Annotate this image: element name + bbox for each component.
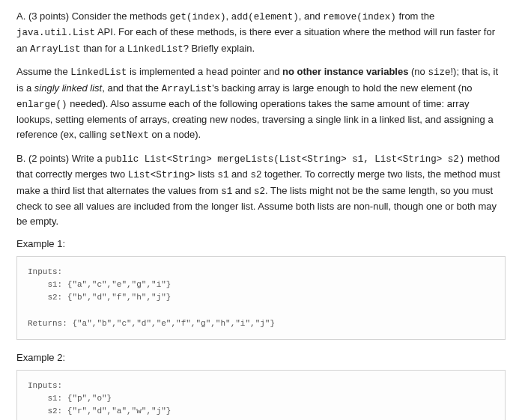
text: and xyxy=(232,185,254,196)
code-arraylist: ArrayList xyxy=(162,84,213,94)
text: pointer and xyxy=(228,66,282,77)
text: from the xyxy=(396,10,434,22)
part-b-paragraph: B. (2 points) Write a public List<String… xyxy=(16,151,506,229)
code-s2: s2 xyxy=(254,186,265,197)
code-size: size xyxy=(428,67,450,78)
text: , xyxy=(226,10,231,22)
text: A. (3 points) Consider the methods xyxy=(16,10,170,22)
text: , and xyxy=(299,10,324,22)
example-2-code-block: Inputs: s1: {"p","o"} s2: {"r","d","a","… xyxy=(16,370,506,420)
example-1-label: Example 1: xyxy=(16,237,506,252)
text: is implemented a xyxy=(127,66,206,77)
text: needed). Also assume each of the followi… xyxy=(16,98,494,141)
code-linkedlist: LinkedList xyxy=(127,44,183,55)
code-add-element: add(element) xyxy=(231,12,299,22)
code-get-index: get(index) xyxy=(170,12,226,22)
text: , and that the xyxy=(102,82,162,94)
text: (no xyxy=(408,66,428,77)
bold-no-other-instance-vars: no other instance variables xyxy=(282,66,408,77)
code-s1: s1 xyxy=(221,186,232,197)
code-remove-index: remove(index) xyxy=(323,12,396,22)
code-s2: s2 xyxy=(250,170,261,180)
example-1-code-block: Inputs: s1: {"a","c","e","g","i"} s2: {"… xyxy=(16,256,506,339)
em-singly-linked-list: singly linked list xyxy=(34,82,102,94)
code-linkedlist: LinkedList xyxy=(70,67,127,78)
part-a-paragraph-2: Assume the LinkedList is implemented a h… xyxy=(16,64,506,144)
code-arraylist: ArrayList xyxy=(30,44,81,55)
text: on a node). xyxy=(149,129,201,140)
text: 's backing array is large enough to hold… xyxy=(212,82,472,94)
part-a-paragraph-1: A. (3 points) Consider the methods get(i… xyxy=(16,9,506,57)
text: ? Briefly explain. xyxy=(183,43,255,54)
example-2-label: Example 2: xyxy=(16,350,506,365)
text: and xyxy=(228,168,250,180)
text: Assume the xyxy=(16,66,70,77)
code-enlarge: enlarge() xyxy=(16,100,67,110)
code-s1: s1 xyxy=(217,170,228,180)
question-page: A. (3 points) Consider the methods get(i… xyxy=(0,0,522,420)
code-setnext: setNext xyxy=(109,130,149,141)
text: lists xyxy=(195,168,218,180)
code-java-util-list: java.util.List xyxy=(16,28,95,38)
code-list-string: List<String> xyxy=(128,170,195,180)
text: than for a xyxy=(81,43,127,54)
code-method-signature: public List<String> mergeLists(List<Stri… xyxy=(105,154,464,165)
code-head: head xyxy=(206,67,228,78)
text: B. (2 points) Write a xyxy=(16,153,105,164)
